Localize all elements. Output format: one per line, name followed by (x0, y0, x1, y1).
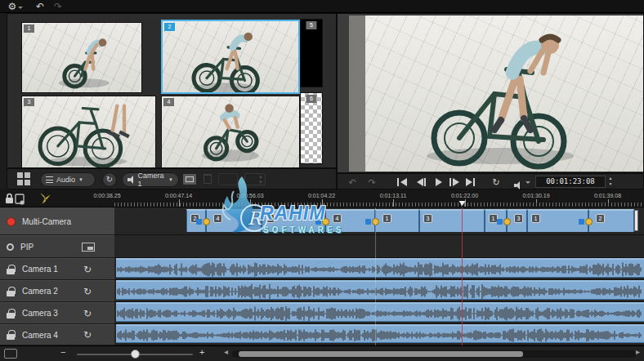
camera-3-track[interactable] (114, 302, 644, 324)
camera-4-preview[interactable]: 4 (161, 96, 300, 168)
thumbnail-toggle-button[interactable] (182, 173, 197, 185)
preview-redo-icon[interactable]: ↷ (365, 174, 378, 190)
camera-1-preview[interactable]: 1 (21, 22, 142, 93)
loop-button[interactable]: ↻ (490, 174, 503, 190)
zoom-out-icon[interactable]: − (60, 347, 65, 357)
transport-bar: ↶ ↷ ↻ 00:01:23:08 ▲▼ (337, 173, 644, 189)
camera-3-preview[interactable]: 3 (21, 96, 156, 168)
segment-cut-icon (365, 219, 371, 225)
multicam-track[interactable]: 2424131312 (114, 207, 644, 235)
chevron-down-icon: ▼ (168, 177, 173, 182)
track-label: Camera 1 (22, 265, 58, 274)
sync-track-icon[interactable]: ↻ (83, 265, 92, 274)
sync-track-icon[interactable]: ↻ (83, 330, 92, 340)
segment-camera-badge: 3 (514, 214, 523, 223)
camera-3-number-badge: 3 (24, 98, 34, 106)
scroll-left-arrow[interactable]: ◂ (224, 347, 228, 356)
camera-audio-clip[interactable] (116, 258, 644, 278)
source-toolbar: Audio ▼ ↻ Camera 1 ▼ ▲▼ (7, 168, 337, 189)
sync-track-icon[interactable]: ↻ (83, 287, 92, 296)
timeline-ruler[interactable]: 0:00:38.250:00:47.140:00:56.030:01:04.22… (82, 189, 644, 207)
segment-camera-badge: 1 (531, 214, 540, 223)
track-header-camera-1[interactable]: Camera 1 ↻ (0, 258, 114, 280)
timeline-display-button[interactable] (4, 349, 17, 359)
multicam-clip-segment[interactable]: 1 (375, 209, 419, 232)
ruler-timecode-label: 0:00:38.25 (93, 193, 120, 198)
segment-camera-badge: 1 (382, 214, 391, 223)
clip-boundary-marker-line (375, 207, 376, 345)
settings-caret-icon[interactable] (18, 7, 23, 9)
camera-1-scene (22, 23, 141, 92)
lock-icon[interactable] (7, 287, 16, 296)
multicam-clip-segment[interactable]: 3 (419, 209, 485, 232)
ruler-timecode-label: 0:00:56.03 (236, 193, 263, 198)
camera-audio-clip[interactable] (116, 324, 644, 343)
delete-icon[interactable] (203, 174, 212, 184)
camera-6-preview[interactable]: 6 (300, 92, 323, 164)
transition-dot-icon[interactable] (503, 218, 511, 225)
camera-4-number-badge: 4 (163, 98, 174, 106)
timecode-spinner[interactable]: ▲▼ (607, 176, 614, 188)
play-button[interactable] (432, 177, 445, 187)
multicam-clip-segment[interactable]: 2 (588, 209, 634, 232)
segment-camera-badge: 3 (423, 214, 432, 223)
preview-undo-icon[interactable]: ↶ (346, 174, 359, 190)
lock-tracks-icon[interactable] (5, 192, 26, 205)
previous-frame-button[interactable] (414, 177, 427, 187)
playhead-handle[interactable] (459, 201, 466, 206)
camera-2-preview[interactable]: 2 (161, 20, 300, 94)
grid-view-icon[interactable] (17, 172, 32, 187)
audio-waveform (116, 304, 644, 323)
sync-refresh-button[interactable]: ↻ (102, 172, 117, 187)
segment-camera-badge: 4 (213, 214, 222, 223)
horizontal-scrollbar-thumb[interactable] (239, 351, 523, 357)
pip-track[interactable] (114, 235, 644, 258)
sync-track-icon[interactable]: ↻ (83, 309, 92, 319)
track-header-multicam[interactable]: Multi-Camera (0, 207, 114, 235)
camera-audio-clip[interactable] (116, 280, 644, 300)
track-header-camera-3[interactable]: Camera 3 ↻ (0, 302, 114, 324)
timecode-display[interactable]: 00:01:23:08 (535, 176, 606, 188)
camera-5-preview[interactable]: 5 (300, 19, 323, 87)
camera-4-track[interactable] (114, 324, 644, 345)
image-icon (186, 176, 194, 182)
preview-scene (349, 16, 643, 172)
sync-source-dropdown[interactable]: Audio ▼ (40, 172, 96, 187)
transition-dot-icon[interactable] (585, 218, 593, 225)
transition-dot-icon[interactable] (203, 218, 210, 225)
zoom-slider-handle[interactable] (131, 350, 140, 359)
ruler-timecode-label: 0:00:47.14 (165, 193, 192, 198)
undo-button[interactable]: ↶ (33, 0, 47, 13)
go-to-end-button[interactable] (464, 177, 477, 187)
volume-button[interactable] (514, 181, 522, 189)
multicam-clip-segment[interactable]: 3 (507, 209, 527, 232)
scroll-right-arrow[interactable]: ▸ (636, 347, 640, 356)
volume-caret-icon[interactable] (525, 181, 530, 184)
track-header-camera-4[interactable]: Camera 4 ↻ (0, 324, 114, 345)
record-indicator-icon[interactable] (7, 217, 16, 226)
camera-multiview-panel: 1 2 3 (7, 13, 337, 168)
playhead-line[interactable] (462, 207, 463, 345)
transition-dot-icon[interactable] (322, 218, 329, 225)
go-to-start-button[interactable] (396, 177, 409, 187)
chevron-down-icon: ▼ (78, 177, 83, 182)
track-header-pip[interactable]: PIP (0, 235, 114, 258)
audio-waveform (116, 326, 644, 345)
lock-icon[interactable] (7, 330, 16, 340)
redo-button[interactable]: ↷ (51, 0, 65, 13)
camera-2-track[interactable] (114, 280, 644, 302)
camera-3-scene (22, 96, 155, 167)
pip-overlay-icon[interactable] (82, 243, 95, 252)
multicam-clip-segment[interactable]: 4 (206, 209, 262, 232)
next-frame-button[interactable] (449, 177, 462, 187)
multicam-end-clip[interactable] (634, 210, 638, 231)
track-header-camera-2[interactable]: Camera 2 ↻ (0, 280, 114, 302)
pip-indicator-icon[interactable] (7, 243, 14, 251)
lock-icon[interactable] (7, 309, 16, 319)
lock-icon[interactable] (7, 265, 16, 274)
camera-1-track[interactable] (114, 258, 644, 280)
main-audio-dropdown[interactable]: Camera 1 ▼ (122, 172, 179, 187)
split-clip-icon[interactable] (38, 192, 52, 205)
zoom-in-icon[interactable]: + (199, 347, 204, 357)
camera-audio-clip[interactable] (116, 302, 644, 322)
